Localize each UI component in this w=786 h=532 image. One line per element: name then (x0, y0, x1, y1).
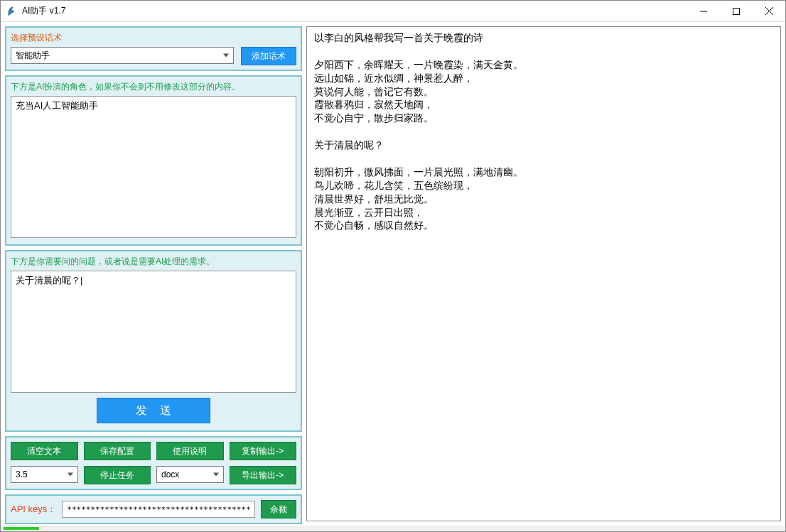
left-panel: 选择预设话术 智能助手 添加话术 下方是AI扮演的角色，如果你不会则不用修改这部… (1, 22, 306, 526)
role-label: 下方是AI扮演的角色，如果你不会则不用修改这部分的内容。 (11, 81, 296, 93)
save-config-button[interactable]: 保存配置 (84, 442, 151, 460)
clear-text-button[interactable]: 清空文本 (11, 442, 78, 460)
app-icon (6, 6, 18, 17)
add-preset-button[interactable]: 添加话术 (241, 47, 296, 65)
question-label: 下方是你需要问的问题，或者说是需要AI处理的需求。 (11, 256, 296, 268)
statusbar (1, 526, 785, 531)
api-panel: API keys： 余额 (5, 494, 302, 524)
stop-task-button[interactable]: 停止任务 (84, 466, 151, 484)
role-textarea[interactable] (11, 96, 296, 238)
question-panel: 下方是你需要问的问题，或者说是需要AI处理的需求。 发送 (5, 250, 302, 432)
usage-button[interactable]: 使用说明 (156, 442, 224, 460)
format-combo[interactable]: docx (156, 466, 224, 483)
preset-label: 选择预设话术 (11, 32, 296, 44)
api-label: API keys： (11, 503, 56, 516)
copy-output-button[interactable]: 复制输出-> (230, 442, 297, 460)
maximize-button[interactable] (720, 1, 753, 22)
right-panel: 以李白的风格帮我写一首关于晚霞的诗 夕阳西下，余晖耀天，一片晚霞染，满天金黄。 … (306, 22, 785, 526)
close-button[interactable] (753, 1, 785, 22)
question-textarea[interactable] (11, 271, 296, 393)
window-title: AI助手 v1.7 (22, 5, 687, 17)
minimize-button[interactable] (687, 1, 720, 22)
titlebar: AI助手 v1.7 (1, 1, 785, 22)
controls-panel: 清空文本 保存配置 使用说明 复制输出-> 3.5 停止任务 docx 导出输出… (5, 436, 302, 490)
preset-panel: 选择预设话术 智能助手 添加话术 (5, 26, 302, 71)
export-output-button[interactable]: 导出输出-> (230, 466, 297, 484)
svg-rect-1 (733, 8, 740, 14)
role-panel: 下方是AI扮演的角色，如果你不会则不用修改这部分的内容。 (5, 75, 302, 246)
progress-bar (4, 527, 39, 530)
api-key-input[interactable] (62, 501, 255, 518)
output-textbox[interactable]: 以李白的风格帮我写一首关于晚霞的诗 夕阳西下，余晖耀天，一片晚霞染，满天金黄。 … (306, 26, 781, 521)
send-button[interactable]: 发送 (97, 398, 210, 423)
preset-combo[interactable]: 智能助手 (11, 47, 234, 64)
window-controls (687, 1, 785, 22)
version-combo[interactable]: 3.5 (11, 466, 78, 483)
format-selected: docx (161, 469, 179, 479)
version-selected: 3.5 (16, 469, 28, 479)
preset-selected: 智能助手 (16, 50, 50, 62)
balance-button[interactable]: 余额 (261, 500, 296, 519)
